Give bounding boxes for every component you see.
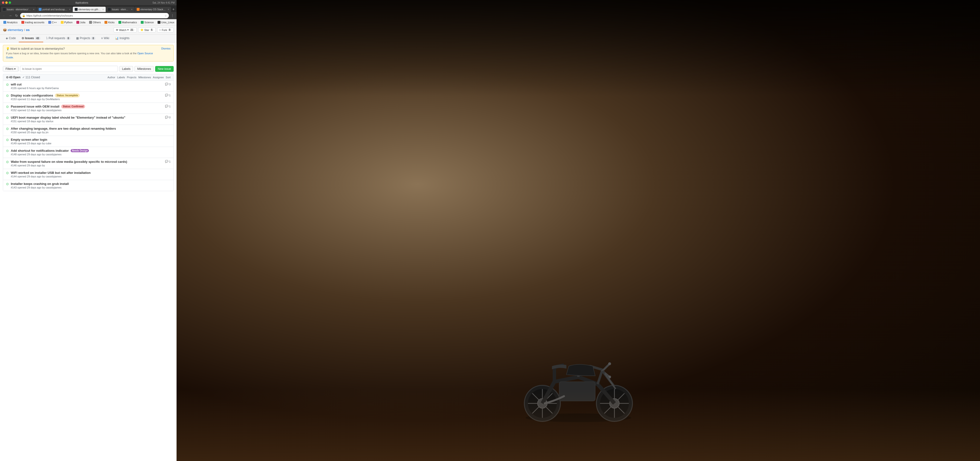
projects-filter[interactable]: Projects — [127, 76, 137, 79]
bookmark-label-mathematics: Mathematics — [122, 21, 137, 24]
issue-meta-7: #148 opened 29 days ago by cassidyjames — [11, 153, 170, 156]
issue-title-9[interactable]: WiFi worked on installer USB but not aft… — [11, 171, 170, 175]
repo-owner[interactable]: elementary — [8, 28, 23, 32]
assignee-filter[interactable]: Assignee — [153, 76, 164, 79]
banner-body: If you have a bug or an idea, browse the… — [6, 51, 160, 59]
issue-title-6[interactable]: Empty screen after login — [11, 138, 170, 141]
new-issue-button[interactable]: New issue — [155, 66, 173, 72]
address-bar[interactable]: 🔒 https://github.com/elementary/os/issue… — [20, 13, 169, 18]
forward-button[interactable]: → — [8, 13, 13, 18]
issue-open-icon: ⊙ — [6, 149, 9, 153]
issue-title-4[interactable]: UEFI boot manager display label should b… — [11, 116, 163, 119]
traffic-lights — [2, 2, 11, 4]
repo-name[interactable]: os — [26, 28, 30, 32]
tab-3[interactable]: elementary-os github:issues × — [73, 7, 106, 12]
issues-icon: ⊙ — [22, 37, 24, 40]
bookmark-unixlinux[interactable]: Unix_Linux — [156, 21, 176, 24]
milestones-filter[interactable]: Milestones — [138, 76, 151, 79]
issue-meta-1: #155 opened 6 hours ago by RahirGama — [11, 87, 163, 89]
filters-dropdown-button[interactable]: Filters ▾ — [3, 66, 18, 72]
bookmark-trading[interactable]: trading accounts — [20, 21, 46, 24]
issue-filters: Filters ▾ Labels Milestones New issue — [0, 64, 177, 74]
issue-right-4: 💬 0 — [165, 116, 170, 119]
tab-insights[interactable]: 📊 Insights — [112, 35, 132, 42]
page-content: 📦 elementary / os 👁 Watch ▾ 21 ⭐ Star — [0, 25, 177, 461]
tab-issues[interactable]: ⊙ Issues 43 — [19, 35, 43, 42]
watch-count: 21 — [129, 29, 135, 31]
issue-meta-5: #150 opened 20 days ago by jm — [11, 131, 170, 134]
issue-right-2: 💬 1 — [165, 94, 170, 97]
bookmark-favicon-julia — [76, 21, 79, 24]
back-button[interactable]: ← — [2, 13, 7, 18]
labels-filter[interactable]: Labels — [117, 76, 125, 79]
bookmark-kicks[interactable]: Kicks — [103, 21, 116, 24]
menu-button[interactable]: ⋮ — [170, 13, 175, 18]
issue-counts: ⊙ 43 Open ✓ 111 Closed — [6, 76, 40, 79]
fork-button[interactable]: ⑂ Fork 0 — [157, 28, 173, 32]
title-bar-text: Applications — [13, 2, 151, 4]
bookmark-mathematics[interactable]: Mathematics — [117, 21, 138, 24]
new-tab-button[interactable]: + — [171, 7, 176, 12]
minimize-button[interactable] — [5, 2, 8, 4]
watch-button[interactable]: 👁 Watch ▾ 21 — [114, 27, 137, 32]
labels-button[interactable]: Labels — [119, 66, 133, 72]
issue-title-1[interactable]: wifi cut — [11, 83, 163, 86]
bookmark-cpp[interactable]: C++ — [47, 21, 58, 24]
maximize-button[interactable] — [9, 2, 11, 4]
bookmark-analytics[interactable]: Analytics — [2, 21, 19, 24]
bookmark-favicon-science — [141, 21, 144, 24]
tab-code[interactable]: ◈ Code — [3, 35, 19, 42]
open-count-number: 43 — [9, 76, 12, 79]
issue-title-10[interactable]: Installer keeps crashing on grub install — [11, 182, 170, 186]
tab-2[interactable]: portrait and landscape wallpa... × — [37, 7, 73, 12]
tab-close-4[interactable]: × — [131, 8, 132, 11]
bookmark-label-trading: trading accounts — [25, 21, 45, 24]
dismiss-button[interactable]: Dismiss — [161, 47, 171, 50]
issue-title-3[interactable]: Password issue with OEM install Status: … — [11, 105, 163, 108]
address-text: https://github.com/elementary/os/issues — [26, 14, 164, 17]
bookmark-others[interactable]: Others — [88, 21, 102, 24]
tab-5[interactable]: elementary OS Stack Exchange × — [135, 7, 171, 12]
table-row: ⊙ Display scale configurations Status: I… — [3, 92, 173, 103]
open-count-label: Open — [13, 76, 21, 79]
tab-close-1[interactable]: × — [33, 8, 34, 11]
secure-icon: 🔒 — [22, 14, 25, 17]
info-banner: 💡 Want to submit an issue to elementary/… — [3, 45, 173, 62]
bookmark-python[interactable]: Python — [59, 21, 74, 24]
closed-issues-count[interactable]: ✓ 111 Closed — [22, 76, 40, 79]
datetime: Sat, 24 Nov 4:41 PM — [153, 2, 175, 4]
tab-1[interactable]: Issues · elementary/os · GitH... × — [1, 7, 37, 12]
sort-button[interactable]: Sort — [166, 76, 170, 79]
issue-title-7[interactable]: Add shortcut for notifications indicator… — [11, 149, 170, 153]
issue-title-2[interactable]: Display scale configurations Status: Inc… — [11, 94, 163, 97]
filter-input[interactable] — [20, 66, 118, 72]
bookmark-label-others: Others — [93, 21, 101, 24]
open-issues-count[interactable]: ⊙ 43 Open — [6, 76, 21, 79]
reload-button[interactable]: ↻ — [14, 13, 19, 18]
tab-close-2[interactable]: × — [69, 8, 70, 11]
author-filter[interactable]: Author — [107, 76, 115, 79]
repo-icon: 📦 — [3, 28, 7, 32]
tab-pull-requests[interactable]: ⤵ Pull requests 0 — [43, 35, 73, 42]
comment-count-1: 💬 3 — [165, 83, 170, 86]
issue-open-icon: ⊙ — [6, 83, 9, 86]
bookmark-julia[interactable]: Julia — [75, 21, 87, 24]
milestones-button[interactable]: Milestones — [135, 66, 153, 72]
tab-close-3[interactable]: × — [102, 8, 104, 11]
issues-count: 43 — [35, 37, 40, 40]
tab-close-5[interactable]: × — [168, 8, 169, 11]
table-row: ⊙ Password issue with OEM install Status… — [3, 103, 173, 114]
bookmark-science[interactable]: Science — [139, 21, 155, 24]
tab-projects[interactable]: ▦ Projects 0 — [73, 35, 98, 42]
tab-wiki[interactable]: ≡ Wiki — [98, 35, 112, 42]
issue-title-8[interactable]: Wake from suspend failure on slow media … — [11, 160, 163, 164]
chevron-down-icon: ▾ — [127, 28, 129, 32]
star-button[interactable]: ⭐ Star 5 — [138, 27, 156, 32]
issue-title-5[interactable]: After changing language, there are two d… — [11, 127, 170, 130]
bookmark-star-icon[interactable]: ☆ — [164, 14, 167, 17]
tab-4[interactable]: Issues · elementary:os × — [106, 7, 134, 12]
banner-text-content: If you have a bug or an idea, browse the… — [6, 52, 137, 55]
tab-label-4: Issues · elementary:os — [112, 8, 129, 11]
table-row: ⊙ UEFI boot manager display label should… — [3, 114, 173, 125]
close-button[interactable] — [2, 2, 4, 4]
